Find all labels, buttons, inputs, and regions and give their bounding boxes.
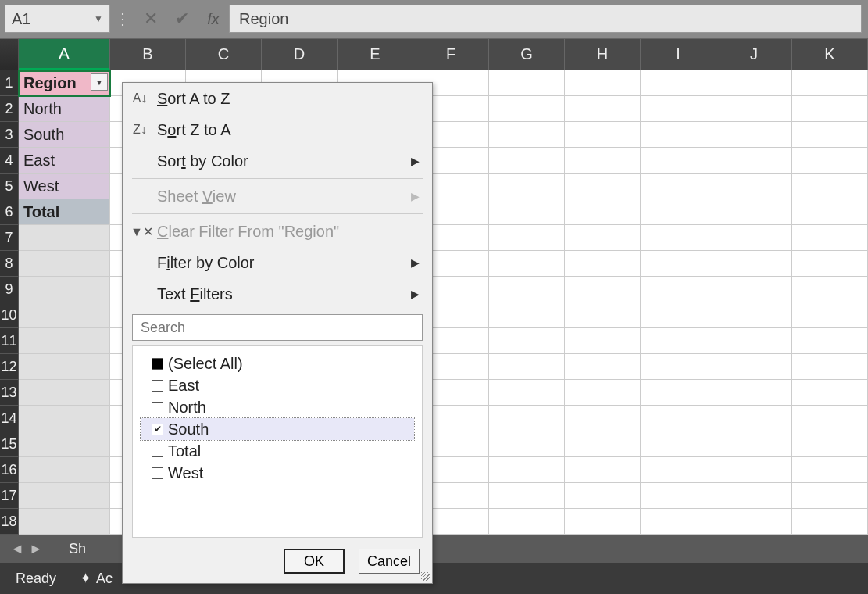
column-header-C[interactable]: C — [186, 39, 262, 70]
filter-item-south[interactable]: ✔ South — [141, 418, 414, 440]
cell[interactable] — [489, 277, 565, 302]
cell[interactable] — [641, 225, 716, 251]
row-header-17[interactable]: 17 — [0, 483, 19, 509]
filter-item-north[interactable]: North — [141, 396, 414, 418]
row-header-6[interactable]: 6 — [0, 199, 19, 225]
cell[interactable] — [716, 457, 792, 483]
cell-A17[interactable] — [19, 483, 110, 509]
checkbox-checked-icon[interactable]: ✔ — [152, 424, 163, 435]
cell[interactable] — [565, 302, 641, 328]
checkbox-mixed-icon[interactable] — [152, 358, 163, 370]
cell[interactable] — [792, 483, 868, 509]
column-header-H[interactable]: H — [565, 39, 641, 70]
cell[interactable] — [565, 251, 641, 277]
cell[interactable] — [792, 509, 868, 535]
column-header-A[interactable]: A — [19, 39, 110, 70]
cell[interactable] — [641, 122, 716, 148]
cell-A6[interactable]: Total — [19, 199, 110, 225]
cell[interactable] — [565, 199, 641, 225]
cell[interactable] — [641, 277, 716, 302]
column-header-F[interactable]: F — [413, 39, 489, 70]
sheet-tab[interactable]: Sh — [69, 541, 86, 557]
cell[interactable] — [489, 251, 565, 277]
row-header-5[interactable]: 5 — [0, 174, 19, 199]
cell[interactable] — [489, 457, 565, 483]
cell[interactable] — [565, 354, 641, 380]
formula-input[interactable]: Region — [229, 5, 862, 33]
column-header-J[interactable]: J — [716, 39, 792, 70]
cell[interactable] — [641, 328, 716, 354]
cell-A3[interactable]: South — [19, 122, 110, 148]
cell[interactable] — [489, 328, 565, 354]
cell-A4[interactable]: East — [19, 148, 110, 174]
cell-I1[interactable] — [641, 70, 716, 96]
cell-K1[interactable] — [792, 70, 868, 96]
cell[interactable] — [792, 148, 868, 174]
cell[interactable] — [792, 380, 868, 406]
row-header-2[interactable]: 2 — [0, 96, 19, 122]
fx-icon[interactable]: fx — [198, 10, 229, 28]
cell[interactable] — [792, 225, 868, 251]
cell[interactable] — [489, 354, 565, 380]
cell[interactable] — [792, 302, 868, 328]
cell[interactable] — [489, 199, 565, 225]
cell[interactable] — [641, 380, 716, 406]
cell[interactable] — [716, 96, 792, 122]
accessibility-button[interactable]: ✦ Ac — [80, 570, 113, 587]
cell[interactable] — [716, 251, 792, 277]
cell[interactable] — [716, 302, 792, 328]
cancel-formula-icon[interactable]: ✕ — [135, 9, 166, 29]
cell-H1[interactable] — [565, 70, 641, 96]
filter-dropdown-button[interactable]: ▼ — [91, 73, 108, 91]
sort-z-to-a[interactable]: Z↓ Sort Z to A — [123, 114, 432, 145]
cell[interactable] — [489, 148, 565, 174]
cell[interactable] — [716, 174, 792, 199]
cell[interactable] — [489, 174, 565, 199]
checkbox-icon[interactable] — [152, 467, 163, 479]
cell[interactable] — [716, 431, 792, 457]
cell[interactable] — [641, 483, 716, 509]
cell[interactable] — [716, 483, 792, 509]
row-header-16[interactable]: 16 — [0, 457, 19, 483]
cell[interactable] — [716, 406, 792, 431]
row-header-8[interactable]: 8 — [0, 251, 19, 277]
cell[interactable] — [716, 509, 792, 535]
cell[interactable] — [641, 251, 716, 277]
cell[interactable] — [792, 354, 868, 380]
cell-A7[interactable] — [19, 225, 110, 251]
cell[interactable] — [641, 199, 716, 225]
cell[interactable] — [792, 431, 868, 457]
cell-A18[interactable] — [19, 509, 110, 535]
column-header-E[interactable]: E — [338, 39, 413, 70]
cell[interactable] — [489, 225, 565, 251]
cell[interactable] — [716, 328, 792, 354]
cell[interactable] — [489, 509, 565, 535]
cell-A8[interactable] — [19, 251, 110, 277]
checkbox-icon[interactable] — [152, 402, 163, 413]
column-header-G[interactable]: G — [489, 39, 565, 70]
row-header-3[interactable]: 3 — [0, 122, 19, 148]
column-header-K[interactable]: K — [792, 39, 868, 70]
cell-A2[interactable]: North — [19, 96, 110, 122]
cell[interactable] — [641, 302, 716, 328]
cell[interactable] — [792, 96, 868, 122]
cell[interactable] — [792, 122, 868, 148]
row-header-4[interactable]: 4 — [0, 148, 19, 174]
cell-A13[interactable] — [19, 380, 110, 406]
cell[interactable] — [792, 199, 868, 225]
cell[interactable] — [792, 328, 868, 354]
ok-button[interactable]: OK — [284, 549, 345, 574]
cell[interactable] — [565, 225, 641, 251]
cell[interactable] — [565, 483, 641, 509]
cell[interactable] — [641, 354, 716, 380]
cell[interactable] — [489, 406, 565, 431]
filter-values-list[interactable]: (Select All) East North ✔ South Total We… — [132, 345, 423, 538]
cell[interactable] — [792, 457, 868, 483]
row-header-10[interactable]: 10 — [0, 302, 19, 328]
cancel-button[interactable]: Cancel — [359, 549, 420, 574]
cell-J1[interactable] — [716, 70, 792, 96]
cell[interactable] — [716, 148, 792, 174]
checkbox-icon[interactable] — [152, 446, 163, 457]
cell[interactable] — [565, 431, 641, 457]
cell-A14[interactable] — [19, 406, 110, 431]
